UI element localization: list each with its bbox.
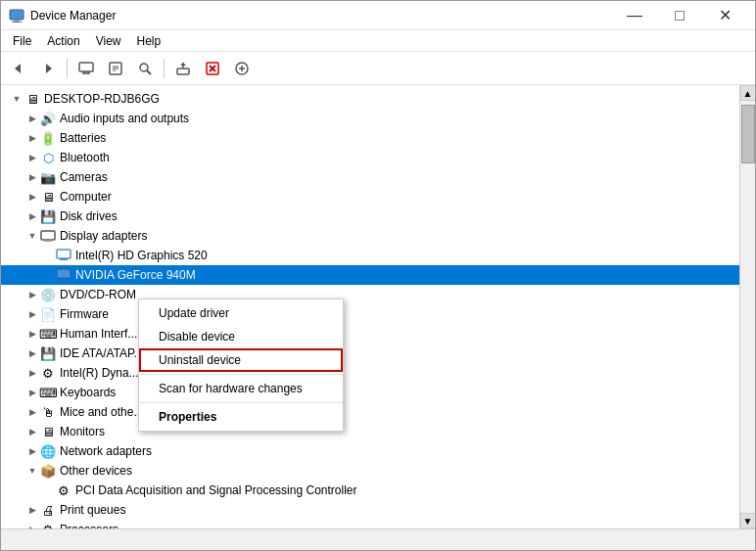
list-item[interactable]: ▶ 🔊 Audio inputs and outputs [1, 109, 739, 128]
list-item[interactable]: ▼ 📦 Other devices [1, 461, 739, 481]
svg-rect-25 [44, 240, 52, 242]
network-label: Network adapters [60, 444, 152, 458]
svg-rect-28 [57, 269, 71, 278]
other-label: Other devices [60, 464, 132, 478]
tree-root[interactable]: ▼ 🖥 DESKTOP-RDJB6GG [1, 89, 739, 109]
svg-marker-4 [46, 64, 52, 73]
list-item[interactable]: ▶ ⚙ Processors [1, 520, 739, 528]
menu-bar: File Action View Help [1, 30, 755, 52]
ide-label: IDE ATA/ATAP... [60, 346, 144, 360]
scrollbar[interactable]: ▲ ▼ [739, 85, 755, 528]
list-item[interactable]: Intel(R) HD Graphics 520 [1, 246, 739, 265]
update-driver-button[interactable] [169, 56, 197, 81]
uninstall-button[interactable] [199, 56, 226, 81]
menu-action[interactable]: Action [39, 32, 87, 50]
displayadapters-label: Display adapters [60, 229, 147, 243]
tree-view[interactable]: ▼ 🖥 DESKTOP-RDJB6GG ▶ 🔊 Audio inputs and… [1, 85, 739, 528]
back-button[interactable] [5, 56, 32, 81]
window-title: Device Manager [30, 9, 612, 23]
scroll-up[interactable]: ▲ [740, 85, 756, 101]
scroll-track[interactable] [740, 101, 755, 513]
maximize-button[interactable]: □ [657, 1, 702, 30]
minimize-button[interactable]: — [612, 1, 657, 30]
scroll-down[interactable]: ▼ [740, 513, 756, 528]
list-item[interactable]: ▶ 🔋 Batteries [1, 128, 739, 148]
batteries-label: Batteries [60, 131, 106, 145]
svg-rect-15 [177, 69, 189, 74]
svg-rect-27 [60, 258, 68, 260]
menu-help[interactable]: Help [129, 32, 169, 50]
forward-button[interactable] [34, 56, 62, 81]
svg-marker-17 [180, 63, 186, 66]
menu-view[interactable]: View [88, 32, 129, 50]
separator-1 [67, 59, 68, 78]
list-item[interactable]: ▶ 🌐 Network adapters [1, 441, 739, 461]
svg-rect-0 [10, 10, 24, 20]
svg-rect-24 [41, 231, 55, 240]
monitors-label: Monitors [60, 425, 105, 438]
window-controls: — □ ✕ [612, 1, 747, 30]
computer-icon: 🖥 [24, 91, 40, 107]
ctx-uninstall-device[interactable]: Uninstall device [139, 348, 343, 372]
ctx-update-driver[interactable]: Update driver [139, 301, 343, 325]
ctx-separator [139, 374, 343, 375]
scroll-thumb[interactable] [741, 105, 755, 163]
processors-label: Processors [60, 523, 118, 528]
intel-hd-label: Intel(R) HD Graphics 520 [75, 249, 208, 262]
expand-audio[interactable]: ▶ [24, 111, 40, 126]
bluetooth-label: Bluetooth [60, 151, 110, 164]
printqueue-label: Print queues [60, 503, 125, 517]
ctx-disable-device[interactable]: Disable device [139, 325, 343, 348]
computer-label: Computer [60, 190, 112, 204]
list-item[interactable]: ▶ ⌨ Keyboards [1, 383, 739, 402]
expand-root[interactable]: ▼ [9, 91, 24, 107]
menu-file[interactable]: File [5, 32, 39, 50]
list-item[interactable]: ▶ 🖥 Monitors [1, 422, 739, 441]
context-menu: Update driver Disable device Uninstall d… [138, 298, 344, 432]
keyboards-label: Keyboards [60, 386, 116, 399]
list-item[interactable]: ▶ 🖱 Mice and othe... [1, 402, 739, 422]
audio-label: Audio inputs and outputs [60, 112, 189, 125]
content-area: ▼ 🖥 DESKTOP-RDJB6GG ▶ 🔊 Audio inputs and… [1, 85, 755, 528]
list-item[interactable]: ▶ 📷 Cameras [1, 167, 739, 187]
root-label: DESKTOP-RDJB6GG [44, 92, 160, 106]
intel-dyna-label: Intel(R) Dyna... [60, 366, 139, 380]
list-item[interactable]: ▶ 💾 Disk drives [1, 207, 739, 226]
list-item[interactable]: ▶ 💾 IDE ATA/ATAP... [1, 344, 739, 363]
list-item[interactable]: ▶ 🖨 Print queues [1, 500, 739, 520]
list-item[interactable]: ▶ 📄 Firmware [1, 304, 739, 324]
ctx-properties[interactable]: Properties [139, 405, 343, 429]
list-item[interactable]: ▶ 💿 DVD/CD-ROM [1, 285, 739, 304]
separator-2 [164, 59, 165, 78]
list-item[interactable]: ▶ ⬡ Bluetooth [1, 148, 739, 167]
list-item[interactable]: ▶ ⌨ Human Interf... [1, 324, 739, 344]
svg-rect-5 [79, 63, 93, 71]
list-item[interactable]: ▼ Display adapters [1, 226, 739, 246]
svg-rect-26 [57, 250, 71, 258]
computer-button[interactable] [72, 56, 100, 81]
nvidia-label: NVIDIA GeForce 940M [75, 268, 196, 282]
pci-label: PCI Data Acquisition and Signal Processi… [75, 483, 356, 497]
svg-rect-1 [14, 20, 20, 22]
ctx-scan-hardware[interactable]: Scan for hardware changes [139, 377, 343, 400]
dvd-label: DVD/CD-ROM [60, 288, 136, 301]
nvidia-item[interactable]: NVIDIA GeForce 940M [1, 265, 739, 285]
list-item[interactable]: ▶ ⚙ Intel(R) Dyna... [1, 363, 739, 383]
device-manager-window: Device Manager — □ ✕ File Action View He… [0, 0, 756, 551]
svg-line-14 [147, 70, 151, 74]
add-driver-button[interactable] [228, 56, 256, 81]
svg-rect-2 [12, 22, 22, 23]
diskdrives-label: Disk drives [60, 209, 118, 223]
title-bar: Device Manager — □ ✕ [1, 1, 755, 30]
scan-button[interactable] [131, 56, 159, 81]
list-item[interactable]: ▶ 🖥 Computer [1, 187, 739, 207]
mice-label: Mice and othe... [60, 405, 143, 419]
svg-marker-3 [15, 64, 21, 73]
svg-point-13 [140, 64, 148, 71]
close-button[interactable]: ✕ [702, 1, 747, 30]
app-icon [9, 8, 24, 23]
ctx-separator-2 [139, 402, 343, 403]
humaninterf-label: Human Interf... [60, 327, 137, 341]
list-item[interactable]: ⚙ PCI Data Acquisition and Signal Proces… [1, 481, 739, 500]
properties-button[interactable] [102, 56, 129, 81]
